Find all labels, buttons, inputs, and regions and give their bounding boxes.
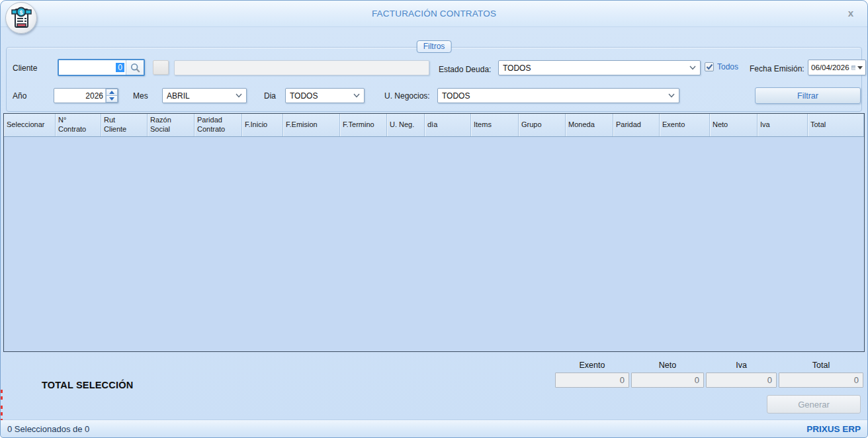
close-button[interactable]: x [844,7,858,21]
filters-group-label: Filtros [417,40,452,53]
fecha-emision-label: Fecha Emisión: [750,64,804,73]
column-header-6[interactable]: F.Emision [283,114,340,136]
title-bar[interactable]: FACTURACIÓN CONTRATOS x [1,1,867,27]
column-header-14[interactable]: Exento [660,114,710,136]
window-title: FACTURACIÓN CONTRATOS [1,9,867,19]
spinner-down-button[interactable] [106,95,118,103]
contracts-grid: SeleccionarN° ContratoRut ClienteRazón S… [3,113,865,352]
totals-labels-row: ExentoNetoIvaTotal [555,361,863,370]
cliente-name-field [174,60,429,75]
cliente-code-value: 0 [116,63,124,72]
column-header-15[interactable]: Neto [710,114,758,136]
column-header-9[interactable]: dìa [425,114,471,136]
todos-checkbox[interactable]: Todos [705,62,738,71]
table-header-row: SeleccionarN° ContratoRut ClienteRazón S… [4,114,864,137]
table-body [4,137,864,351]
invoice-document-icon: $ [8,5,34,31]
column-header-10[interactable]: Items [471,114,519,136]
total-label-iva: Iva [706,361,777,370]
mes-label: Mes [133,91,148,101]
column-header-13[interactable]: Paridad [613,114,660,136]
spinner-up-button[interactable] [106,89,118,95]
filters-groupbox: Filtros [6,47,862,112]
app-icon: $ [5,2,37,34]
cliente-aux-button[interactable] [153,60,169,75]
facturacion-contratos-window: FACTURACIÓN CONTRATOS x $ Filtros Client… [0,0,868,438]
chevron-down-icon [236,93,242,98]
arrow-up-icon [109,91,114,94]
spinner-buttons [105,89,118,103]
estado-deuda-dropdown[interactable]: TODOS [498,60,701,75]
total-label-neto: Neto [631,361,704,370]
totals-boxes-row: 0000 [555,372,863,388]
todos-checkbox-label: Todos [717,62,738,71]
checkbox-check-icon [705,62,714,71]
cliente-search-button[interactable] [126,60,144,75]
column-header-7[interactable]: F.Termino [340,114,387,136]
status-brand: PRIXUS ERP [806,424,861,434]
screen-edge-artifact [1,406,3,420]
u-negocios-dropdown[interactable]: TODOS [437,88,679,103]
column-header-11[interactable]: Grupo [519,114,566,136]
estado-deuda-label: Estado Deuda: [439,65,491,74]
column-header-17[interactable]: Total [808,114,864,136]
total-value-neto: 0 [631,372,704,388]
dia-value: TODOS [290,91,353,101]
chevron-down-icon [689,66,696,70]
estado-deuda-value: TODOS [503,64,689,73]
dia-label: Dia [264,91,276,101]
total-value-total: 0 [779,372,863,388]
filtrar-button[interactable]: Filtrar [755,87,861,104]
column-header-3[interactable]: Razón Social [148,114,195,136]
fecha-emision-value: 06/04/2026 [811,64,849,71]
u-negocios-label: U. Negocios: [384,91,430,101]
total-value-iva: 0 [706,372,777,388]
svg-text:$: $ [19,9,22,16]
calendar-grid-icon [851,64,855,72]
anio-value: 2026 [54,89,105,103]
magnifier-icon [130,63,140,73]
anio-label: Año [13,91,26,101]
column-header-5[interactable]: F.Inicio [242,114,283,136]
generar-button[interactable]: Generar [767,395,861,414]
chevron-down-icon [668,93,675,98]
status-bar: 0 Seleccionados de 0 PRIXUS ERP [1,419,867,437]
column-header-12[interactable]: Moneda [566,114,613,136]
column-header-4[interactable]: Paridad Contrato [195,114,242,136]
dia-dropdown[interactable]: TODOS [285,88,365,103]
status-selection-count: 0 Seleccionados de 0 [7,424,89,434]
chevron-down-icon [353,93,360,98]
column-header-0[interactable]: Seleccionar [4,114,56,136]
screen-edge-artifact [1,390,3,402]
total-seleccion-title: TOTAL SELECCIÓN [42,380,133,390]
total-label-total: Total [779,361,863,370]
column-header-2[interactable]: Rut Cliente [101,114,148,136]
cliente-label: Cliente [13,64,37,73]
mes-dropdown[interactable]: ABRIL [162,88,247,103]
mes-value: ABRIL [167,91,236,101]
column-header-16[interactable]: Iva [758,114,808,136]
total-label-exento: Exento [555,361,629,370]
column-header-8[interactable]: U. Neg. [387,114,425,136]
arrow-down-icon [109,97,114,101]
fecha-emision-datepicker[interactable]: 06/04/2026 [808,60,866,75]
datepicker-arrow-icon [857,66,863,69]
anio-spinner[interactable]: 2026 [54,88,118,103]
u-negocios-value: TODOS [442,91,668,101]
cliente-code-input[interactable]: 0 [59,60,126,75]
total-value-exento: 0 [555,372,629,388]
column-header-1[interactable]: N° Contrato [56,114,101,136]
cliente-combo: 0 [58,59,145,76]
